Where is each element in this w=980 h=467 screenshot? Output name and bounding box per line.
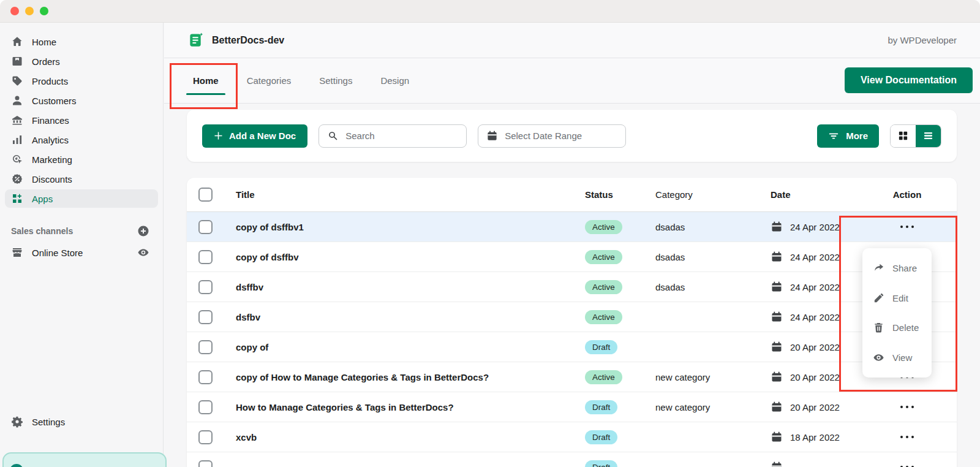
column-header-status: Status <box>576 189 643 200</box>
row-checkbox[interactable] <box>198 400 213 414</box>
calendar-icon <box>771 251 783 263</box>
calendar-icon <box>771 401 783 413</box>
grid-view-button[interactable] <box>891 125 916 147</box>
app-window: Home Orders Products Customers Finances … <box>0 0 980 467</box>
minimize-window-button[interactable] <box>25 7 34 15</box>
sidebar-item-products[interactable]: Products <box>5 72 158 90</box>
marketing-icon <box>11 153 23 165</box>
status-badge: Draft <box>585 400 617 414</box>
app-header: BetterDocs-dev by WPDeveloper <box>164 23 980 58</box>
doc-title: copy of How to Manage Categories & Tags … <box>224 372 576 382</box>
doc-category: new category <box>643 402 756 412</box>
tab-home[interactable]: Home <box>179 58 233 103</box>
sidebar-item-home[interactable]: Home <box>5 32 158 51</box>
apps-icon <box>11 192 23 205</box>
row-checkbox[interactable] <box>198 250 213 264</box>
tab-design[interactable]: Design <box>366 58 423 103</box>
row-checkbox[interactable] <box>198 370 213 384</box>
content-area: Add a New Doc Search Select Date Range M… <box>164 104 980 467</box>
row-actions-dots-button[interactable] <box>897 401 918 413</box>
row-checkbox[interactable] <box>198 220 213 234</box>
storefront-icon <box>11 246 23 259</box>
row-actions-dots-button[interactable] <box>897 221 918 233</box>
sidebar-item-finances[interactable]: Finances <box>5 111 158 129</box>
calendar-icon <box>771 371 783 383</box>
sidebar-nav: Home Orders Products Customers Finances … <box>0 23 163 208</box>
menu-item-edit[interactable]: Edit <box>862 283 932 313</box>
analytics-icon <box>11 134 23 146</box>
orders-icon <box>11 55 23 67</box>
calendar-icon <box>771 281 783 293</box>
customers-icon <box>11 94 23 107</box>
tabs-container: Home Categories Settings Design <box>179 58 423 103</box>
date-range-input[interactable]: Select Date Range <box>478 124 626 148</box>
sidebar-item-orders[interactable]: Orders <box>5 52 158 70</box>
table-row: copy of dsffbv1 Active dsadas 24 Apr 202… <box>187 212 957 242</box>
plus-circle-icon[interactable] <box>137 225 149 237</box>
calendar-icon <box>771 341 783 353</box>
tab-settings[interactable]: Settings <box>305 58 366 103</box>
sidebar: Home Orders Products Customers Finances … <box>0 23 164 467</box>
status-badge: Draft <box>585 430 617 444</box>
share-icon <box>873 262 884 274</box>
menu-item-view[interactable]: View <box>862 343 932 373</box>
row-checkbox[interactable] <box>198 310 213 324</box>
toast-status-icon <box>10 464 23 467</box>
column-header-title: Title <box>224 189 576 200</box>
app-byline: by WPDeveloper <box>888 35 957 45</box>
row-checkbox[interactable] <box>198 460 213 467</box>
status-badge: Draft <box>585 460 617 467</box>
status-badge: Active <box>585 220 622 234</box>
sales-channels-header: Sales channels <box>11 224 149 238</box>
menu-item-delete[interactable]: Delete <box>862 313 932 343</box>
select-all-checkbox[interactable] <box>198 188 213 202</box>
sidebar-item-online-store[interactable]: Online Store <box>5 243 158 262</box>
table-row: copy of Draft 20 Apr 2022 <box>187 332 957 362</box>
doc-date: 20 Apr 2022 <box>790 402 840 412</box>
status-badge: Active <box>585 310 622 324</box>
sales-channels-label: Sales channels <box>11 226 73 236</box>
add-new-doc-button[interactable]: Add a New Doc <box>202 124 307 148</box>
grid-view-icon <box>897 130 909 142</box>
online-store-label: Online Store <box>32 248 83 258</box>
zoom-window-button[interactable] <box>40 7 48 15</box>
doc-date: 20 Apr 2022 <box>790 372 840 382</box>
row-checkbox[interactable] <box>198 340 213 354</box>
trash-icon <box>873 322 884 333</box>
sidebar-item-apps[interactable]: Apps <box>5 189 158 208</box>
list-view-icon <box>922 130 934 142</box>
view-documentation-button[interactable]: View Documentation <box>845 67 973 93</box>
sidebar-item-marketing[interactable]: Marketing <box>5 150 158 169</box>
status-badge: Active <box>585 250 622 264</box>
more-filters-button[interactable]: More <box>817 124 879 148</box>
sidebar-item-customers[interactable]: Customers <box>5 91 158 110</box>
search-placeholder: Search <box>345 131 375 141</box>
calendar-icon <box>771 461 783 467</box>
doc-date: 24 Apr 2022 <box>790 282 840 292</box>
row-checkbox[interactable] <box>198 280 213 294</box>
doc-title: dsfbv <box>224 312 576 322</box>
sidebar-item-settings[interactable]: Settings <box>5 412 158 431</box>
table-row: dsffbv Active dsadas 24 Apr 2022 <box>187 272 957 302</box>
date-range-placeholder: Select Date Range <box>505 131 582 141</box>
pencil-icon <box>873 292 884 304</box>
gear-icon <box>11 416 23 428</box>
doc-category: dsadas <box>643 282 756 292</box>
menu-item-share[interactable]: Share <box>862 253 932 283</box>
close-window-button[interactable] <box>10 7 19 15</box>
sidebar-item-analytics[interactable]: Analytics <box>5 131 158 149</box>
row-actions-dots-button[interactable] <box>897 461 918 467</box>
doc-category: dsadas <box>643 222 756 232</box>
search-input[interactable]: Search <box>318 124 467 148</box>
sidebar-item-discounts[interactable]: Discounts <box>5 170 158 188</box>
betterdocs-logo-icon <box>187 32 204 48</box>
calendar-icon <box>771 221 783 233</box>
doc-date: 18 Apr 2022 <box>790 432 840 442</box>
row-checkbox[interactable] <box>198 430 213 444</box>
eye-icon[interactable] <box>137 246 149 259</box>
row-actions-dots-button[interactable] <box>897 431 918 443</box>
doc-title: copy of dsffbv1 <box>224 222 576 232</box>
discounts-icon <box>11 173 23 185</box>
tab-categories[interactable]: Categories <box>233 58 306 103</box>
list-view-button[interactable] <box>916 125 941 147</box>
